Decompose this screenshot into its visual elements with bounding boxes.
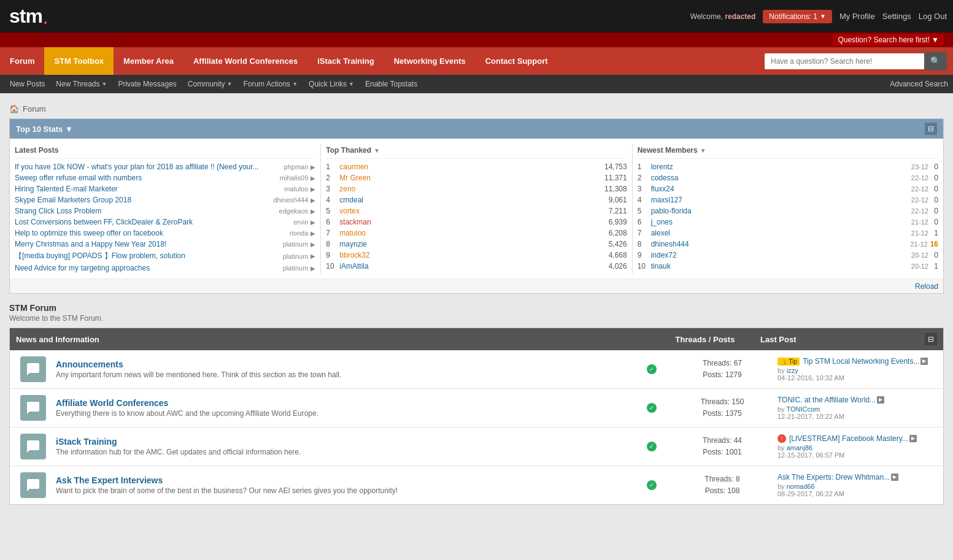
user-link[interactable]: alexel	[651, 229, 903, 237]
post-link[interactable]: Lost Conversions between FF, ClickDealer…	[15, 218, 291, 226]
reload-link[interactable]: Reload	[915, 282, 938, 291]
rank: 7	[326, 229, 337, 237]
post-link[interactable]: Strang Click Loss Problem	[15, 207, 277, 215]
nav-istack[interactable]: iStack Training	[307, 47, 384, 75]
post-link[interactable]: Skype Email Marketers Group 2018	[15, 196, 271, 204]
sub-new-threads[interactable]: New Threads ▼	[51, 75, 112, 93]
lastpost-author-link[interactable]: amanj86	[787, 444, 812, 451]
user-link[interactable]: iAmAttila	[339, 262, 600, 270]
search-button[interactable]: 🔍	[924, 52, 947, 71]
user-link[interactable]: bbrock32	[339, 251, 600, 259]
forum-icon	[20, 395, 46, 421]
top-thanked-header[interactable]: Top Thanked ▼	[326, 144, 627, 159]
user-link[interactable]: zeno	[339, 185, 600, 193]
post-link[interactable]: Sweep offer refuse email with numbers	[15, 174, 277, 182]
user-link[interactable]: caurmen	[339, 163, 600, 171]
sub-quick-links[interactable]: Quick Links ▼	[304, 75, 359, 93]
join-date: 22-12	[905, 185, 928, 193]
user-link[interactable]: maxsi127	[651, 196, 903, 204]
lastpost-author-link[interactable]: izzy	[787, 367, 798, 374]
stats-widget-header[interactable]: Top 10 Stats ▼ ⊟	[10, 119, 943, 139]
forum-stats-col: Threads: 8Posts: 108	[667, 474, 777, 497]
go-icon: ▶	[920, 358, 928, 365]
forum-info-col: Announcements Any important forum news w…	[50, 359, 636, 379]
user-link[interactable]: cmdeal	[339, 196, 600, 204]
lastpost-author-link[interactable]: TONICcom	[786, 405, 820, 413]
join-date: 20-12	[905, 251, 928, 259]
forum-name-link[interactable]: iStack Training	[56, 437, 117, 447]
newest-members-list: 1 lorentz 23-12 02 codessa 22-12 03 flux…	[638, 161, 938, 272]
forum-status-col	[636, 364, 667, 374]
sub-community[interactable]: Community ▼	[183, 75, 237, 93]
user-link[interactable]: codessa	[651, 174, 903, 182]
advanced-search-link[interactable]: Advanced Search	[890, 80, 948, 88]
lastpost-author-link[interactable]: nomad66	[787, 483, 815, 490]
forum-table-collapse-button[interactable]: ⊟	[925, 333, 937, 345]
list-item: 5 pablo-florida 22-12 0	[638, 205, 938, 217]
rank: 7	[638, 229, 649, 237]
notifications-button[interactable]: Notifications: 1 ▼	[763, 10, 832, 23]
search-suggest-bar[interactable]: Question? Search here first! ▼	[0, 33, 953, 47]
nav-member-area[interactable]: Member Area	[114, 47, 183, 75]
lastpost-link-row: 👍 TipTip STM Local Networking Events... …	[777, 357, 937, 366]
user-link[interactable]: j_ones	[651, 218, 903, 226]
lastpost-link-row: Ask The Experts: Drew Whitman... ▶	[777, 473, 937, 481]
newest-members-col: Newest Members ▼ 1 lorentz 23-12 02 code…	[633, 139, 943, 278]
lastpost-title-link[interactable]: Ask The Experts: Drew Whitman...	[777, 473, 890, 481]
chevron-down-icon: ▼	[102, 81, 107, 87]
post-link[interactable]: Merry Christmas and a Happy New Year 201…	[15, 240, 280, 248]
list-item: 【[media buying] POPADS 】Flow problem, so…	[15, 250, 315, 263]
go-icon: ▶	[909, 435, 917, 442]
forum-name-link[interactable]: Announcements	[56, 359, 123, 369]
nav-networking[interactable]: Networking Events	[384, 47, 476, 75]
sub-enable-topstats[interactable]: Enable Topstats	[360, 75, 422, 93]
lastpost-by: by TONICcom	[777, 405, 937, 413]
settings-link[interactable]: Settings	[882, 12, 911, 21]
forum-name-link[interactable]: Affiliate World Conferences	[56, 398, 168, 408]
sub-new-posts[interactable]: New Posts	[5, 75, 50, 93]
stats-collapse-button[interactable]: ⊟	[925, 123, 937, 135]
user-link[interactable]: fluxx24	[651, 185, 903, 193]
search-suggest-text: Question? Search here first! ▼	[833, 34, 944, 46]
table-row: Affiliate World Conferences Everything t…	[10, 389, 943, 428]
nav-contact-support[interactable]: Contact Support	[476, 47, 558, 75]
nav-awc[interactable]: Affiliate World Conferences	[183, 47, 307, 75]
user-link[interactable]: index72	[651, 251, 903, 259]
user-link[interactable]: tinauk	[651, 262, 903, 270]
user-link[interactable]: dhinesh444	[651, 240, 902, 248]
user-link[interactable]: pablo-florida	[651, 207, 903, 215]
forum-info-col: Ask The Expert Interviews Want to pick t…	[50, 475, 636, 495]
lastpost-title-link[interactable]: Tip STM Local Networking Events...	[803, 357, 919, 366]
user-link[interactable]: vortex	[339, 207, 600, 215]
user-link[interactable]: Mr Green	[339, 174, 600, 182]
nav-forum[interactable]: Forum	[0, 47, 44, 75]
lastpost-title-link[interactable]: TONIC. at the Affiliate World...	[777, 396, 876, 404]
lastpost-title-link[interactable]: [LIVESTREAM] Facebook Mastery...	[789, 434, 908, 443]
sub-forum-actions[interactable]: Forum Actions ▼	[238, 75, 303, 93]
newest-members-header[interactable]: Newest Members ▼	[638, 144, 938, 159]
user-link[interactable]: lorentz	[651, 163, 903, 171]
main-nav: Forum STM Toolbox Member Area Affiliate …	[0, 47, 953, 75]
post-link[interactable]: If you have 10k NOW - what's your plan f…	[15, 163, 282, 171]
post-count: 0	[931, 174, 938, 182]
user-link[interactable]: matuloo	[339, 229, 600, 237]
home-icon: 🏠	[9, 104, 19, 113]
join-date: 22-12	[905, 174, 928, 182]
my-profile-link[interactable]: My Profile	[839, 12, 875, 21]
post-link[interactable]: 【[media buying] POPADS 】Flow problem, so…	[15, 251, 280, 261]
forum-stats-col: Threads: 44Posts: 1001	[667, 435, 777, 458]
post-link[interactable]: Hiring Talented E-mail Marketer	[15, 185, 282, 193]
post-link[interactable]: Help to optimize this sweep offer on fac…	[15, 229, 287, 237]
nav-toolbox[interactable]: STM Toolbox	[44, 47, 114, 75]
forum-rows: Announcements Any important forum news w…	[10, 350, 943, 504]
arrow-icon: ▶	[311, 175, 315, 182]
log-out-link[interactable]: Log Out	[919, 12, 947, 21]
post-link[interactable]: Need Advice for my targeting approaches	[15, 264, 280, 272]
forum-name-link[interactable]: Ask The Expert Interviews	[56, 475, 163, 485]
list-item: 2 Mr Green 11,371	[326, 172, 627, 183]
user-link[interactable]: stackman	[339, 218, 600, 226]
search-input[interactable]	[765, 53, 924, 69]
sub-private-messages[interactable]: Private Messages	[113, 75, 181, 93]
chevron-down-icon: ▼	[820, 13, 826, 20]
user-link[interactable]: maynzie	[339, 240, 600, 248]
